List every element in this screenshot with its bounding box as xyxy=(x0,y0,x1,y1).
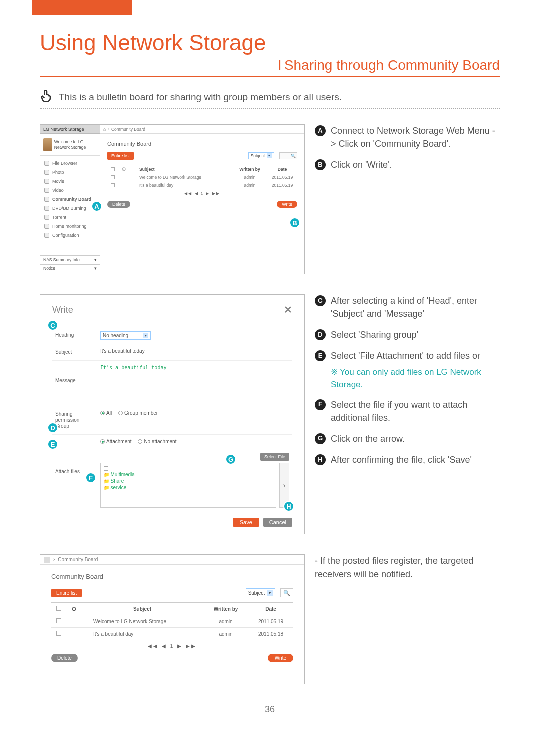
instruction-G: Click on the arrow. xyxy=(331,432,405,445)
page-number: 36 xyxy=(40,704,500,715)
sidebar-item-movie[interactable]: Movie xyxy=(40,177,100,186)
intro-text: This is a bulletin board for sharing wit… xyxy=(59,92,342,103)
select-file-button[interactable]: Select File xyxy=(260,453,290,461)
posts-table: 𐌏 Subject Written by Date Welcome to LG … xyxy=(108,165,298,189)
app-logo-bar: LG Network Storage xyxy=(40,125,100,134)
attachment-radio[interactable]: Attachment xyxy=(100,439,132,444)
sidebar-item-file-browser[interactable]: File Browser xyxy=(40,159,100,168)
tree-item-service[interactable]: service xyxy=(104,485,273,490)
board-heading: Community Board xyxy=(100,134,304,150)
row-checkbox[interactable] xyxy=(111,183,115,187)
callout-E: E xyxy=(48,439,58,450)
search-input[interactable]: 🔍 xyxy=(280,152,298,159)
screenshot-board-list: ›Community Board Community Board Entire … xyxy=(40,554,305,684)
heading-label: Heading xyxy=(52,327,98,344)
table-row[interactable]: It's a beautiful day admin 2011.05.19 xyxy=(108,181,298,189)
bullet-E: E xyxy=(315,350,326,361)
home-icon[interactable]: ⌂ xyxy=(104,127,106,132)
tree-select-all-checkbox[interactable] xyxy=(104,466,108,471)
dialog-title: Write xyxy=(52,305,74,315)
bullet-A: A xyxy=(315,125,326,136)
entire-list-button[interactable]: Entire list xyxy=(52,589,82,597)
header-accent-band xyxy=(32,0,132,15)
welcome-thumbnail xyxy=(44,138,52,151)
callout-G: G xyxy=(226,454,236,465)
welcome-banner: Welcome to LG Network Storage xyxy=(40,134,100,156)
callout-F: F xyxy=(86,472,96,483)
sidebar-item-torrent[interactable]: Torrent xyxy=(40,213,100,222)
subject-input[interactable]: It's a beautiful today xyxy=(100,348,145,354)
page-subtitle: lSharing through Community Board xyxy=(40,57,500,77)
screenshot-write-dialog: Write ✕ Heading No heading ▾ Subject It'… xyxy=(40,294,305,534)
tree-item-multimedia[interactable]: Multimedia xyxy=(104,472,273,477)
chevron-down-icon: ▾ xyxy=(267,153,272,158)
chevron-down-icon: ▾ xyxy=(267,590,273,596)
instruction-B: Click on 'Write'. xyxy=(331,158,392,171)
instruction-F: Select the file if you want to attach ad… xyxy=(331,398,500,424)
sidebar-item-community-board[interactable]: Community Board xyxy=(40,195,100,204)
filter-select[interactable]: Subject▾ xyxy=(246,588,276,597)
sidebar-item-photo[interactable]: Photo xyxy=(40,168,100,177)
instruction-E-note: ※You can only add files on LG Network St… xyxy=(331,366,500,391)
write-button[interactable]: Write xyxy=(268,654,294,662)
select-all-checkbox[interactable] xyxy=(111,167,115,171)
attach-mode-label xyxy=(52,435,98,449)
callout-H: H xyxy=(284,501,294,512)
pointer-icon xyxy=(40,89,54,105)
delete-button[interactable]: Delete xyxy=(108,201,130,208)
instructions-block-1: A Connect to Network Storage Web Menu ->… xyxy=(315,124,500,274)
callout-B: B xyxy=(290,217,300,228)
entire-list-button[interactable]: Entire list xyxy=(108,152,134,160)
subject-label: Subject xyxy=(52,344,98,360)
bullet-D: D xyxy=(315,329,326,340)
save-button[interactable]: Save xyxy=(233,518,260,527)
folder-tree[interactable]: Multimedia Share service xyxy=(100,463,276,508)
instruction-A: Connect to Network Storage Web Menu -> C… xyxy=(331,124,500,150)
attachment-column-icon: 𐌏 xyxy=(118,167,130,172)
instruction-E: Select 'File Attachment' to add files or xyxy=(331,349,480,362)
sharing-all-radio[interactable]: All xyxy=(100,410,112,416)
table-row[interactable]: Welcome to LG Network Storage admin 2011… xyxy=(108,173,298,181)
close-icon[interactable]: ✕ xyxy=(284,304,292,316)
breadcrumb: ⌂ › Community Board xyxy=(100,125,304,134)
attachment-column-icon: 𐌏 xyxy=(66,603,82,615)
sharing-label: Sharing permission Group xyxy=(52,406,98,434)
message-textarea[interactable]: It's a beautiful today xyxy=(98,361,292,406)
heading-select[interactable]: No heading ▾ xyxy=(100,331,151,340)
bullet-F: F xyxy=(315,399,326,410)
bullet-G: G xyxy=(315,433,326,444)
home-icon[interactable] xyxy=(44,557,50,563)
table-row[interactable]: Welcome to LG Network Storage admin 2011… xyxy=(52,615,294,628)
sidebar-item-home-monitoring[interactable]: Home monitoring xyxy=(40,222,100,231)
select-all-checkbox[interactable] xyxy=(56,606,62,611)
chevron-right-icon: › xyxy=(284,481,286,489)
write-button[interactable]: Write xyxy=(277,201,298,208)
sharing-group-radio[interactable]: Group member xyxy=(118,410,158,416)
dotted-divider xyxy=(40,108,500,109)
no-attachment-radio[interactable]: No attachment xyxy=(138,439,176,444)
pager[interactable]: ◀◀ ◀ 1 ▶ ▶▶ xyxy=(100,189,304,198)
posts-table: 𐌏 Subject Written by Date Welcome to LG … xyxy=(52,602,294,640)
callout-C: C xyxy=(48,320,58,331)
search-button[interactable]: 🔍 xyxy=(280,588,294,597)
chevron-down-icon: ▾ xyxy=(144,333,148,338)
row-checkbox[interactable] xyxy=(111,175,115,179)
filter-select[interactable]: Subject▾ xyxy=(248,152,274,159)
nas-summary-bar[interactable]: NAS Summary Info▾ xyxy=(40,255,100,264)
notice-bar[interactable]: Notice▾ xyxy=(40,264,100,272)
sidebar-item-video[interactable]: Video xyxy=(40,186,100,195)
bullet-B: B xyxy=(315,159,326,170)
bullet-H: H xyxy=(315,454,326,465)
pager[interactable]: ◀◀ ◀ 1 ▶ ▶▶ xyxy=(52,640,294,652)
sidebar-menu: File Browser Photo Movie Video Community… xyxy=(40,156,100,243)
tree-item-share[interactable]: Share xyxy=(104,478,273,484)
row-checkbox[interactable] xyxy=(56,618,62,623)
row-checkbox[interactable] xyxy=(56,631,62,636)
screenshot-board-list-small: LG Network Storage Welcome to LG Network… xyxy=(40,124,305,274)
sidebar-item-configuration[interactable]: Configuration xyxy=(40,231,100,240)
instruction-H: After confirming the file, click 'Save' xyxy=(331,453,472,466)
delete-button[interactable]: Delete xyxy=(52,654,78,662)
table-row[interactable]: It's a beautiful day admin 2011.05.18 xyxy=(52,628,294,640)
cancel-button[interactable]: Cancel xyxy=(264,518,292,527)
instructions-block-2: C After selecting a kind of 'Head', ente… xyxy=(315,294,500,534)
